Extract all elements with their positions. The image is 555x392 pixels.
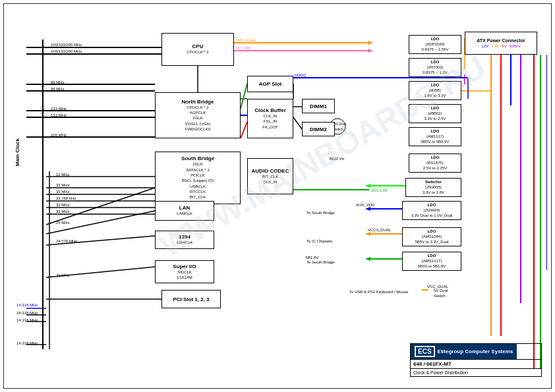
atx-title: ATX Power Connector (477, 38, 525, 43)
brand-logo: ECS Elitegroup Computer Systems (411, 344, 517, 359)
svg-marker-30 (368, 41, 373, 45)
atx-12v: 12V (481, 44, 488, 48)
south-bridge-box: South Bridge 2GLKSATACLK * 2PCICLKBSCL (… (155, 152, 241, 204)
svg-text:VCC1.8V: VCC1.8V (371, 188, 388, 192)
freq-66-1: 66 MHz (51, 80, 65, 84)
freq-14318-4: 14.318 MHz (16, 341, 38, 345)
svg-text:Switch: Switch (334, 127, 343, 131)
clk-title: Clock Buffer (254, 107, 286, 113)
vccvid-label: VCCVID (236, 46, 251, 50)
cpu-title: CPU (192, 43, 204, 49)
lan-title: LAN (179, 205, 190, 211)
sio-content: SIDCLKCLK14M (177, 269, 192, 281)
freq-100: 100 MHz (51, 133, 67, 137)
audio-content: BIT_CLKCLK_IN (262, 174, 278, 185)
svg-marker-47 (365, 207, 370, 211)
lan-box: LAN LANCLK (155, 201, 214, 221)
company-name: Elitegroup Computer Systems (438, 349, 513, 354)
svg-line-27 (293, 117, 302, 129)
cpu-vcore-label: CPU Vcore (236, 38, 256, 42)
audio-title: AUDIO CODEC (252, 168, 289, 174)
svg-text:To USB & PS2 Keyboard / Mouse: To USB & PS2 Keyboard / Mouse (349, 290, 409, 294)
freq-24576: 24.576 MHz (56, 239, 77, 243)
ldo-bs1975: LDO (BS1975) 2.5V to 1.25V (409, 154, 461, 173)
lan-content: LANCLK (177, 211, 192, 216)
nb-title: North Bridge (182, 99, 214, 105)
freq-14318-1: 14.318 MHz (16, 303, 38, 307)
svg-marker-53 (365, 257, 370, 261)
atx-connector-box: ATX Power Connector 12V 3.3V 5V 5SB/V (465, 32, 537, 55)
dimm2-box: DIMM2 (302, 122, 335, 136)
svg-text:VCC3_DUAL: VCC3_DUAL (368, 228, 392, 232)
wiring-diagram: VCC1.8V To South Bridge To IC Chipsets T… (7, 7, 547, 382)
freq-100-133-200-2: 100/133/200 MHz (51, 49, 82, 53)
svg-text:To South Bridge: To South Bridge (307, 260, 335, 264)
svg-text:VCC_DUAL: VCC_DUAL (427, 285, 449, 289)
sb-content: 2GLKSATACLK * 2PCICLKBSCL (Legacy IO)USB… (182, 161, 214, 200)
super-io-box: Super I/O SIDCLKCLK14M (155, 260, 214, 283)
atx-5vsb: 5SB/V (510, 44, 521, 48)
svg-marker-32 (368, 49, 373, 53)
dimm1-box: DIMM1 (302, 99, 335, 113)
ldo-adp3160: LDO (ADP3160) 0.8375 ~ 1.55V (409, 35, 461, 54)
sio-title: Super I/O (173, 264, 196, 269)
cpu-box: CPU CPUCLK * 2 (161, 33, 234, 66)
svg-marker-69 (365, 184, 370, 188)
freq-14318-2: 14.318 MHz (16, 311, 38, 315)
svg-marker-50 (365, 232, 370, 236)
ieee-title: 1394 (179, 234, 190, 240)
nb-content: CPUCLK * 2AGPCLK2GLKVOSCL (VGA)FWDGOCLK0 (185, 105, 210, 132)
ldo-2n3604: LDO (2N3604) 3.3V Dual to 1.0V_Dual (402, 201, 461, 220)
diagram-title: Clock & Power Distribution (411, 369, 541, 376)
freq-12: 12 MHz (56, 173, 70, 177)
svg-text:To South Bridge: To South Bridge (307, 211, 335, 215)
ldo-2n7002: LDO (2N7002) 0.8375 ~ 1.2V (409, 58, 461, 77)
switcher-2n3055: Switcher (2N3055) 3.3V to 1.8V (405, 178, 461, 197)
freq-100-133-200-1: 100/133/200 MHz (51, 43, 82, 47)
board-name: 648 / 661FX-M7 (411, 360, 541, 368)
agp-slot-box: AGP Slot (247, 76, 293, 92)
sb-title: South Bridge (181, 155, 214, 161)
pci-slot-box: PCI Slot 1, 2, 3 (161, 290, 221, 308)
ldo-am1117-1: LDO (AM1117) 5B5V to 5B2.5V (409, 127, 461, 146)
main-clock-label: Main Clock (15, 138, 20, 166)
svg-line-28 (241, 84, 247, 109)
freq-32768: 32.768 kHz (56, 196, 76, 200)
ldo-ams1084: LDO (AMS1084) 5B5V to 3.3V_Dual (402, 227, 461, 246)
svg-text:AUX_VDD: AUX_VDD (356, 203, 375, 207)
pci-title: PCI Slot 1, 2, 3 (173, 296, 209, 302)
ldo-ams1117: LDO (AMS1117) 5B5V to 5B1.8V (402, 252, 461, 271)
ldo-d05b: LDO (d05B) 1.8V to 3.3V (409, 81, 461, 100)
svg-text:To IC Chipsets: To IC Chipsets (307, 239, 332, 243)
atx-5v: 5V (502, 44, 506, 48)
ldo-d8b02: LDO (d8B02) 3.3V to 2.5V (409, 104, 461, 123)
cpu-content: CPUCLK * 2 (187, 49, 208, 55)
svg-line-60 (241, 122, 247, 138)
freq-33-1: 33 MHz (56, 183, 70, 187)
freq-66-2: 66 MHz (51, 87, 65, 91)
dimm1-title: DIMM1 (310, 103, 327, 109)
svg-text:Switch: Switch (434, 294, 446, 298)
freq-33-2: 33 MHz (56, 190, 70, 194)
audio-codec-box: AUDIO CODEC BIT_CLKCLK_IN (247, 158, 293, 194)
clk-content: CLK_INFSL_INFA_OUT (262, 113, 278, 130)
freq-24: 24 MHz (56, 273, 70, 277)
svg-text:5V Dual: 5V Dual (434, 289, 448, 293)
diagram-area: VCC1.8V To South Bridge To IC Chipsets T… (7, 7, 547, 382)
freq-33-4: 33 MHz (56, 210, 70, 213)
clock-buffer-box: Clock Buffer CLK_INFSL_INFA_OUT (247, 99, 293, 138)
vddq-label: VDDQ (295, 73, 306, 77)
north-bridge-box: North Bridge CPUCLK * 2AGPCLK2GLKVOSCL (… (155, 92, 241, 138)
svg-text:SB1.8V: SB1.8V (305, 256, 318, 260)
freq-133-2: 133 MHz (51, 113, 67, 117)
freq-14318-3: 14.318 MHz (16, 318, 38, 322)
freq-33-3: 33 MHz (56, 203, 70, 207)
freq-133-1: 133 MHz (51, 107, 67, 111)
agp-title: AGP Slot (259, 81, 282, 87)
dimm2-title: DIMM2 (310, 126, 327, 132)
freq-25: 25 MHz (56, 221, 70, 225)
title-block: ECS Elitegroup Computer Systems 648 / 66… (410, 343, 542, 377)
atx-33v: 3.3V (491, 44, 499, 48)
svg-text:BGR Vb: BGR Vb (330, 157, 345, 161)
ieee1394-box: 1394 1394CLK (155, 231, 214, 249)
